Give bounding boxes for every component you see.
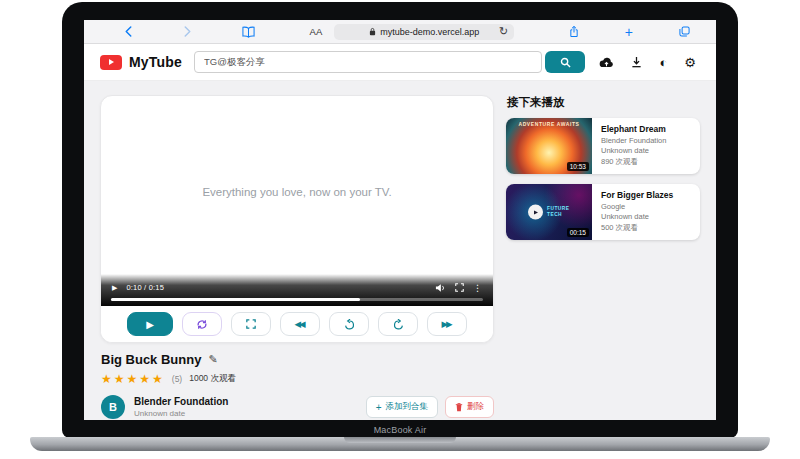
delete-button[interactable]: 删除 — [445, 396, 494, 418]
fast-forward-button[interactable]: ▶▶ — [427, 312, 467, 336]
plus-icon: + — [376, 402, 382, 413]
chevron-left-icon — [124, 26, 133, 37]
sidebar-video-channel: Blender Foundation — [601, 136, 666, 145]
view-count: 1000 次观看 — [189, 373, 236, 385]
reader-options-button[interactable]: AA — [310, 26, 323, 37]
progress-bar[interactable] — [111, 298, 483, 301]
replay-5-button[interactable] — [329, 312, 369, 336]
sidebar-video-title: For Bigger Blazes — [601, 190, 673, 200]
native-fullscreen-button[interactable] — [455, 283, 464, 292]
volume-button[interactable] — [435, 283, 446, 293]
book-icon — [242, 26, 255, 38]
video-surface[interactable]: Everything you love, now on your TV. ▶ 0… — [101, 96, 493, 306]
sidebar-video-card[interactable]: ADVENTURE AWAITS 10:53 Elephant Dream Bl… — [506, 118, 700, 174]
time-display: 0:10 / 0:15 — [126, 283, 164, 292]
laptop-base-notch — [344, 437, 456, 443]
back-button[interactable] — [124, 26, 133, 37]
share-icon — [569, 25, 579, 38]
fullscreen-icon — [246, 319, 256, 329]
refresh-button[interactable]: ↻ — [499, 25, 508, 38]
rewind-button[interactable]: ◀◀ — [280, 312, 320, 336]
lock-icon — [369, 27, 376, 36]
edit-title-button[interactable]: ✎ — [208, 353, 217, 366]
sidebar-video-channel: Google — [601, 202, 673, 211]
channel-avatar: B — [101, 395, 125, 419]
macbook-mockup: AA mytube-demo.vercel.app ↻ + — [0, 0, 800, 459]
share-button[interactable] — [569, 25, 579, 38]
settings-button[interactable]: ⚙ — [684, 56, 696, 69]
play-overlay-icon — [528, 205, 543, 220]
video-player-card: Everything you love, now on your TV. ▶ 0… — [100, 95, 494, 343]
browser-toolbar: AA mytube-demo.vercel.app ↻ + — [84, 20, 716, 44]
brand-link[interactable]: MyTube — [100, 54, 182, 70]
search-icon — [560, 57, 571, 68]
chevron-right-icon — [183, 26, 192, 37]
fullscreen-button[interactable] — [231, 312, 271, 336]
brand-title: MyTube — [129, 54, 182, 70]
cloud-upload-icon — [599, 57, 614, 68]
video-thumbnail: ADVENTURE AWAITS 10:53 — [506, 118, 592, 174]
video-title: Big Buck Bunny — [101, 352, 201, 367]
new-tab-button[interactable]: + — [625, 25, 633, 39]
fullscreen-icon — [455, 283, 464, 292]
star-rating[interactable]: ★★★★★ — [101, 372, 165, 386]
browser-window: AA mytube-demo.vercel.app ↻ + — [84, 20, 716, 420]
volume-icon — [435, 283, 446, 293]
forward-button[interactable] — [183, 26, 192, 37]
channel-row: B Blender Foundation Unknown date + 添加到合… — [101, 395, 494, 419]
trash-icon — [455, 402, 463, 412]
address-bar[interactable]: mytube-demo.vercel.app ↻ — [334, 24, 514, 40]
upload-date: Unknown date — [134, 409, 228, 418]
download-icon — [631, 56, 642, 68]
tabs-icon — [679, 26, 690, 37]
up-next-sidebar: 接下来播放 ADVENTURE AWAITS 10:53 Elephant Dr… — [506, 95, 700, 406]
native-play-button[interactable]: ▶ — [112, 284, 117, 292]
play-button[interactable]: ▶ — [127, 312, 173, 336]
custom-controls: ▶ ◀◀ — [101, 306, 493, 342]
rating-count: (5) — [172, 374, 182, 384]
native-video-controls: ▶ 0:10 / 0:15 ⋮ — [101, 274, 493, 306]
video-thumbnail: FUTURE TECH 00:15 — [506, 184, 592, 240]
more-options-button[interactable]: ⋮ — [473, 283, 482, 293]
progress-fill — [111, 298, 360, 301]
tab-overview-button[interactable] — [679, 26, 690, 37]
download-button[interactable] — [631, 56, 642, 68]
search-input[interactable] — [194, 51, 542, 73]
rotate-right-icon — [393, 319, 404, 330]
sidebar-video-title: Elephant Dream — [601, 124, 666, 134]
sidebar-video-views: 500 次观看 — [601, 223, 673, 233]
sidebar-video-date: Unknown date — [601, 146, 666, 155]
search-button[interactable] — [545, 51, 585, 73]
site-header: MyTube ◐ ⚙ — [84, 44, 716, 81]
reading-list-button[interactable] — [242, 26, 255, 38]
forward-5-button[interactable] — [378, 312, 418, 336]
thumbnail-caption: ADVENTURE AWAITS — [506, 121, 592, 127]
mytube-logo-icon — [100, 55, 122, 70]
thumbnail-caption: FUTURE TECH — [547, 206, 573, 218]
duration-badge: 00:15 — [567, 228, 589, 237]
loop-icon — [196, 319, 208, 330]
sidebar-video-date: Unknown date — [601, 212, 673, 221]
laptop-screen-bezel: AA mytube-demo.vercel.app ↻ + — [62, 2, 738, 438]
duration-badge: 10:53 — [567, 162, 589, 171]
sidebar-video-views: 890 次观看 — [601, 157, 666, 167]
upload-button[interactable] — [599, 57, 614, 68]
sidebar-video-card[interactable]: FUTURE TECH 00:15 For Bigger Blazes Goog… — [506, 184, 700, 240]
rotate-left-icon — [344, 319, 355, 330]
theme-toggle-button[interactable]: ◐ — [659, 56, 667, 69]
laptop-base — [30, 437, 770, 451]
page-content: Everything you love, now on your TV. ▶ 0… — [84, 81, 716, 420]
channel-name: Blender Foundation — [134, 396, 228, 407]
sidebar-heading: 接下来播放 — [507, 95, 700, 110]
player-message: Everything you love, now on your TV. — [202, 186, 391, 198]
loop-button[interactable] — [182, 312, 222, 336]
add-to-collection-button[interactable]: + 添加到合集 — [366, 396, 438, 418]
device-label: MacBook Air — [62, 425, 738, 435]
url-text: mytube-demo.vercel.app — [380, 27, 479, 37]
